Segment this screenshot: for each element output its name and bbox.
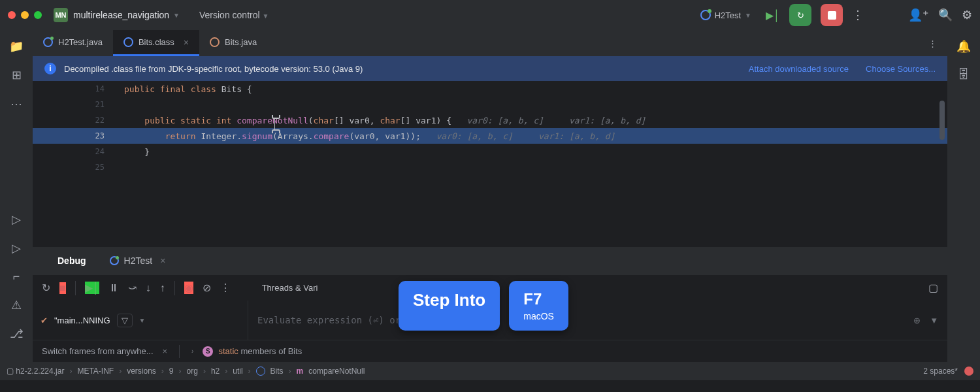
tab-bits-class[interactable]: Bits.class× bbox=[113, 30, 199, 56]
add-watch-icon[interactable]: ⊕ bbox=[913, 316, 921, 325]
git-tool-icon[interactable]: ⎇ bbox=[10, 327, 24, 341]
version-control-menu[interactable]: Version control ▼ bbox=[199, 10, 269, 20]
threads-vars-label[interactable]: Threads & Vari bbox=[262, 283, 318, 293]
window-maximize[interactable] bbox=[34, 11, 42, 19]
indent-indicator[interactable]: 2 spaces* bbox=[923, 367, 958, 376]
chevron-right-icon[interactable]: › bbox=[191, 348, 193, 355]
thread-label[interactable]: "main...NNING bbox=[54, 316, 110, 325]
code-line[interactable]: 22 public static int compareNotNull(char… bbox=[33, 112, 947, 128]
left-tool-stripe: 📁 ⊞ ⋯ ▷ ▷ ⌐ ⚠ ⎇ bbox=[0, 30, 33, 362]
pause-icon[interactable]: ⏸ bbox=[108, 282, 119, 294]
tabs-more-icon[interactable]: ⋮ bbox=[918, 30, 947, 56]
terminal-tool-icon[interactable]: ⌐ bbox=[13, 270, 20, 284]
step-out-icon[interactable]: ↑ bbox=[160, 282, 165, 294]
decompiled-banner: i Decompiled .class file from JDK-9-spec… bbox=[33, 56, 947, 81]
evaluate-input[interactable]: Evaluate expression (⏎) or bbox=[257, 315, 400, 325]
debug-button[interactable]: ↻ bbox=[789, 4, 811, 26]
banner-message: Decompiled .class file from JDK-9-specif… bbox=[64, 64, 363, 74]
attach-source-link[interactable]: Attach downloaded source bbox=[749, 64, 849, 74]
breadcrumbs[interactable]: ▢ h2-2.2.224.jar › META-INF › versions ›… bbox=[7, 367, 365, 376]
services-tool-icon[interactable]: ▷ bbox=[12, 212, 21, 227]
choose-sources-link[interactable]: Choose Sources... bbox=[866, 64, 936, 74]
database-tool-icon[interactable]: 🗄 bbox=[958, 68, 970, 82]
stop-icon[interactable]: ■ bbox=[59, 282, 66, 294]
close-icon[interactable]: × bbox=[163, 346, 168, 356]
overlay-action: Step Into bbox=[399, 281, 500, 331]
window-minimize[interactable] bbox=[21, 11, 29, 19]
debug-session-tab[interactable]: H2Test× bbox=[98, 249, 178, 272]
stop-button[interactable] bbox=[821, 4, 843, 26]
code-with-me-icon[interactable]: 👤⁺ bbox=[908, 8, 929, 22]
chevron-down-icon[interactable]: ▼ bbox=[173, 12, 180, 19]
step-over-icon[interactable]: ⤻ bbox=[128, 282, 137, 294]
more-actions-icon[interactable]: ⋮ bbox=[852, 8, 864, 22]
chevron-down-icon[interactable]: ▼ bbox=[139, 317, 146, 324]
project-tool-icon[interactable]: 📁 bbox=[9, 39, 24, 54]
tab-bits-java[interactable]: Bits.java bbox=[199, 30, 267, 56]
code-editor[interactable]: 14public final class Bits {2122 public s… bbox=[33, 81, 947, 247]
code-line[interactable]: 24 } bbox=[33, 144, 947, 159]
error-indicator-icon[interactable] bbox=[964, 367, 973, 376]
switch-frames-hint: Switch frames from anywhe... bbox=[42, 346, 154, 356]
chevron-down-icon[interactable]: ▼ bbox=[930, 316, 938, 325]
mute-breakpoints-icon[interactable]: ⊘ bbox=[203, 282, 211, 294]
window-close[interactable] bbox=[8, 11, 16, 19]
debug-tab[interactable]: Debug bbox=[46, 249, 98, 272]
static-members-node[interactable]: S static static members of Bitsmembers o… bbox=[203, 346, 302, 357]
run-button[interactable]: ▶│ bbox=[766, 9, 780, 22]
rerun-icon[interactable]: ↻ bbox=[42, 282, 50, 294]
notifications-icon[interactable]: 🔔 bbox=[956, 39, 971, 54]
close-icon[interactable]: × bbox=[184, 37, 189, 48]
code-line[interactable]: 14public final class Bits { bbox=[33, 81, 947, 97]
search-icon[interactable]: 🔍 bbox=[938, 8, 953, 22]
right-tool-stripe: 🔔 🗄 bbox=[947, 30, 980, 362]
problems-tool-icon[interactable]: ⚠ bbox=[11, 298, 22, 312]
run-configuration-selector[interactable]: H2Test ▼ bbox=[695, 7, 757, 23]
more-icon[interactable]: ⋮ bbox=[220, 282, 231, 294]
debug-icon bbox=[110, 256, 119, 265]
variables-panel: Evaluate expression (⏎) or ⊕ ▼ bbox=[248, 301, 947, 340]
static-badge-icon: S bbox=[203, 346, 213, 357]
scrollbar[interactable] bbox=[939, 101, 945, 140]
settings-icon[interactable]: ⚙ bbox=[962, 8, 972, 22]
debug-tool-tabs: Debug H2Test× bbox=[33, 247, 947, 274]
code-line[interactable]: 21 bbox=[33, 97, 947, 112]
class-icon bbox=[123, 37, 133, 47]
view-breakpoints-icon[interactable]: ◉ bbox=[184, 282, 193, 294]
project-badge: MN bbox=[54, 8, 68, 22]
status-bar: ▢ h2-2.2.224.jar › META-INF › versions ›… bbox=[0, 362, 980, 380]
close-icon[interactable]: × bbox=[160, 255, 165, 266]
resume-icon[interactable]: ▶│ bbox=[85, 282, 99, 294]
run-tool-icon[interactable]: ▷ bbox=[12, 241, 21, 255]
tab-h2test-java[interactable]: H2Test.java bbox=[33, 30, 113, 56]
structure-tool-icon[interactable]: ⊞ bbox=[12, 68, 22, 82]
java-icon bbox=[210, 37, 220, 47]
info-icon: i bbox=[44, 63, 56, 74]
shortcut-overlay: Step Into F7 macOS bbox=[399, 281, 568, 331]
debug-config-icon bbox=[700, 10, 711, 20]
more-tools-icon[interactable]: ⋯ bbox=[10, 97, 22, 111]
filter-icon[interactable]: ▽ bbox=[117, 314, 133, 327]
frames-panel: ✔ "main...NNING ▽ ▼ bbox=[33, 301, 248, 340]
overlay-key: F7 macOS bbox=[509, 281, 568, 331]
project-name[interactable]: multirelease_navigation bbox=[73, 10, 169, 20]
editor-tabs: H2Test.java Bits.class× Bits.java ⋮ bbox=[33, 30, 947, 56]
code-line[interactable]: 25 bbox=[33, 159, 947, 175]
step-into-icon[interactable]: ↓ bbox=[146, 282, 151, 294]
code-line[interactable]: 23 return Integer.signum(Arrays.compare(… bbox=[33, 128, 947, 144]
layout-icon[interactable]: ▢ bbox=[928, 282, 938, 294]
text-caret bbox=[274, 118, 275, 131]
check-icon: ✔ bbox=[41, 316, 48, 325]
java-icon bbox=[43, 37, 53, 47]
